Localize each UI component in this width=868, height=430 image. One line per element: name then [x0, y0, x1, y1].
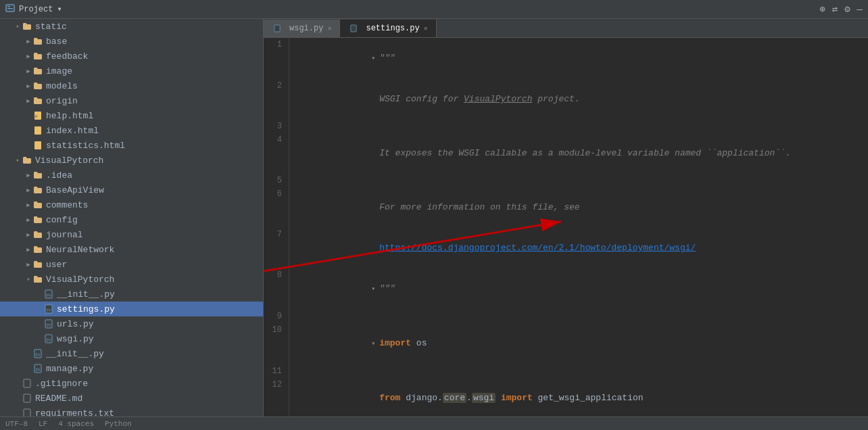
- expand-arrow: ▶: [24, 231, 32, 239]
- tree-item-manage-py[interactable]: py manage.py: [0, 361, 263, 376]
- lang-label[interactable]: Python: [105, 420, 132, 428]
- tree-item-root-init-py[interactable]: py __init__.py: [0, 346, 263, 361]
- expand-arrow: ▶: [24, 246, 32, 254]
- bottom-lang: Python: [105, 420, 132, 428]
- py-file-icon: py: [32, 364, 43, 373]
- project-dropdown-icon[interactable]: ▾: [57, 4, 62, 14]
- line-number: 11: [264, 364, 289, 378]
- tree-item-gitignore[interactable]: .gitignore: [0, 376, 263, 391]
- tree-item-label: image: [46, 66, 72, 76]
- settings-icon[interactable]: ⚙: [844, 3, 850, 15]
- tree-item-visualpytorch-root[interactable]: ▾ VisualPytorch: [0, 153, 263, 168]
- line-content: ▾""": [289, 268, 868, 310]
- line-content: from django.core.wsgi import get_wsgi_ap…: [289, 378, 868, 416]
- code-line-12: 12 from django.core.wsgi import get_wsgi…: [264, 378, 868, 416]
- bottom-bar: UTF-8 LF 4 spaces Python: [0, 416, 868, 430]
- tree-item-settings-py[interactable]: py settings.py: [0, 302, 263, 316]
- tree-item-baseapiview[interactable]: ▶ BaseApiView: [0, 183, 263, 197]
- bottom-line-sep: LF: [39, 420, 47, 428]
- line-content: ▾""": [289, 38, 868, 79]
- tree-item-label: __init__.py: [46, 349, 104, 359]
- svg-rect-1: [7, 6, 10, 7]
- tree-item-image[interactable]: ▶ image: [0, 64, 263, 78]
- line-content: For more information on this file, see: [289, 187, 868, 228]
- line-number: 10: [264, 323, 289, 364]
- tree-item-urls-py[interactable]: py urls.py: [0, 316, 263, 331]
- tree-item-wsgi-py[interactable]: py wsgi.py: [0, 331, 263, 346]
- tree-item-user[interactable]: ▶ user: [0, 257, 263, 272]
- tree-item-init-py[interactable]: py __init__.py: [0, 287, 263, 302]
- tree-item-label: journal: [46, 230, 83, 240]
- layout-icon[interactable]: ⇄: [832, 3, 838, 15]
- tab-wsgi-close[interactable]: ✕: [327, 24, 331, 32]
- encoding-label[interactable]: UTF-8: [5, 420, 28, 428]
- code-line-10: 10 ▾import os: [264, 323, 868, 364]
- tree-item-comments[interactable]: ▶ comments: [0, 197, 263, 212]
- code-lines: 1 ▾""" 2 WSGI config for VisualPytorch p…: [264, 38, 868, 416]
- tree-item-journal[interactable]: ▶ journal: [0, 227, 263, 242]
- folder-icon: [22, 22, 32, 31]
- py-file-icon: [348, 24, 359, 33]
- code-line-3: 3: [264, 120, 868, 133]
- folder-icon: [32, 274, 43, 284]
- tree-item-origin[interactable]: ▶ origin: [0, 93, 263, 108]
- tree-item-label: urls.py: [57, 319, 94, 329]
- line-sep-label[interactable]: LF: [39, 420, 47, 428]
- tree-item-readme[interactable]: README.md: [0, 391, 263, 406]
- code-line-4: 4 It exposes the WSGI callable as a modu…: [264, 133, 868, 174]
- folder-icon: [32, 260, 43, 269]
- line-content: https://docs.djangoproject.com/en/2.1/ho…: [289, 228, 868, 268]
- bottom-encoding: UTF-8: [5, 420, 28, 428]
- tree-item-visualpytorch-sub[interactable]: ▾ VisualPytorch: [0, 272, 263, 287]
- tree-item-label: config: [46, 215, 78, 225]
- folder-icon: [22, 156, 32, 165]
- bottom-indent: 4 spaces: [58, 420, 94, 428]
- expand-arrow: ▶: [24, 97, 32, 105]
- folder-icon: [32, 200, 43, 210]
- fold-arrow: [371, 392, 379, 406]
- tree-item-neuralnetwork[interactable]: ▶ NeuralNetwork: [0, 242, 263, 257]
- tree-item-idea[interactable]: ▶ .idea: [0, 168, 263, 183]
- minimize-icon[interactable]: —: [857, 4, 863, 15]
- tab-settings-close[interactable]: ✕: [424, 24, 428, 32]
- tree-item-label: README.md: [35, 393, 82, 404]
- tree-item-label: origin: [46, 96, 78, 106]
- fold-arrow[interactable]: ▾: [371, 337, 379, 351]
- tree-item-label: VisualPytorch: [35, 156, 103, 166]
- refresh-icon[interactable]: ⊕: [819, 3, 825, 15]
- tab-wsgi[interactable]: wsgi.py ✕: [264, 20, 340, 37]
- line-number: 2: [264, 79, 289, 120]
- expand-arrow: ▶: [24, 172, 32, 179]
- code-editor[interactable]: 1 ▾""" 2 WSGI config for VisualPytorch p…: [264, 38, 868, 416]
- folder-icon: [32, 245, 43, 254]
- expand-arrow: ▶: [24, 68, 32, 75]
- svg-text:H: H: [35, 115, 37, 119]
- tree-item-label: .gitignore: [35, 379, 88, 389]
- tree-item-help-html[interactable]: H help.html: [0, 108, 263, 123]
- tree-item-base[interactable]: ▶ base: [0, 34, 263, 49]
- tab-settings[interactable]: settings.py ✕: [340, 20, 436, 37]
- svg-text:py: py: [47, 337, 52, 342]
- tree-item-statistics-html[interactable]: statistics.html: [0, 138, 263, 153]
- tree-item-requirements[interactable]: requirments.txt: [0, 406, 263, 416]
- fold-arrow[interactable]: ▾: [371, 283, 379, 296]
- folder-icon: [32, 96, 43, 105]
- code-line-5: 5: [264, 174, 868, 187]
- indent-label[interactable]: 4 spaces: [58, 420, 94, 428]
- tree-item-label: user: [46, 260, 67, 270]
- tab-settings-label: settings.py: [366, 24, 419, 33]
- tree-item-static[interactable]: ▾ static: [0, 19, 263, 34]
- svg-text:py: py: [36, 366, 41, 372]
- tree-item-index-html[interactable]: index.html: [0, 123, 263, 138]
- tree-item-label: models: [46, 81, 78, 91]
- tree-item-config[interactable]: ▶ config: [0, 212, 263, 227]
- tree-item-models[interactable]: ▶ models: [0, 78, 263, 93]
- expand-arrow: ▾: [14, 23, 22, 30]
- line-number: 7: [264, 228, 289, 268]
- editor-wrapper: 1 ▾""" 2 WSGI config for VisualPytorch p…: [264, 38, 868, 416]
- code-line-6: 6 For more information on this file, see: [264, 187, 868, 228]
- line-number: 12: [264, 378, 289, 416]
- editor-area: wsgi.py ✕ settings.py ✕ 1: [264, 19, 868, 416]
- fold-arrow[interactable]: ▾: [371, 52, 379, 66]
- tree-item-feedback[interactable]: ▶ feedback: [0, 49, 263, 64]
